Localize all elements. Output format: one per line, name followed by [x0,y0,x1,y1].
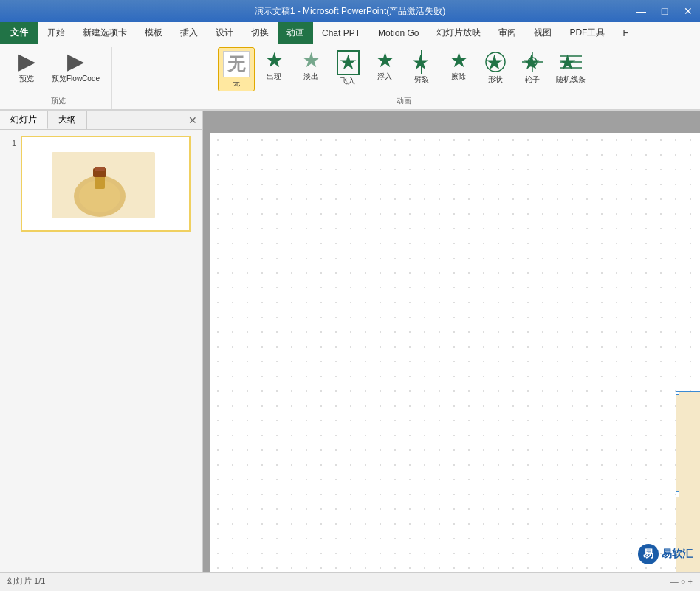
animation-group-label: 动画 [118,94,690,109]
menu-animation[interactable]: 动画 [278,22,313,44]
slide-canvas[interactable] [210,133,700,572]
menu-view[interactable]: 视图 [525,22,560,44]
anim-random-button[interactable]: ★ 随机线条 [552,47,590,87]
tab-outline[interactable]: 大纲 [48,111,87,129]
slide-thumb-row-1: 1 [4,136,198,232]
anim-none-button[interactable]: 无 无 [218,47,255,91]
slide-thumb-inner-1 [22,137,189,230]
menu-bar: 文件 开始 新建选项卡 模板 插入 设计 切换 动画 Chat PPT Moti… [0,22,700,44]
preview-group: ▶ 预览 ▶ 预览FlowCode 预览 [4,47,112,109]
preview-flowcode-button[interactable]: ▶ 预览FlowCode [46,47,106,87]
anim-float-button[interactable]: ★ 浮入 [367,47,402,84]
window-controls: — □ ✕ [629,0,700,22]
menu-design[interactable]: 设计 [207,22,242,44]
anim-float-label: 浮入 [377,72,392,81]
menu-new-tab[interactable]: 新建选项卡 [74,22,136,44]
anim-shape-icon: ★ [484,50,507,74]
anim-wipe-icon: ★ [450,50,468,71]
anim-flyin-button[interactable]: ★ 飞入 [330,47,366,89]
slide-number-1: 1 [4,139,16,148]
anim-shape-button[interactable]: ★ 形状 [478,47,513,87]
thumbnails-panel[interactable]: 1 [0,130,202,572]
ribbon: ▶ 预览 ▶ 预览FlowCode 预览 无 无 ★ [0,44,700,111]
watermark-text: 易软汇 [662,547,693,561]
menu-slideshow[interactable]: 幻灯片放映 [428,22,490,44]
file-menu[interactable]: 文件 [0,22,38,44]
animation-group: 无 无 ★ 出现 ★ 淡出 ★ 飞入 [112,47,696,109]
menu-insert[interactable]: 插入 [171,22,207,44]
anim-random-icon: ★ [557,50,585,74]
anim-split-button[interactable]: ★ 劈裂 [404,47,439,87]
svg-rect-19 [95,167,105,171]
slide-thumbnail-1[interactable] [21,136,191,232]
panel-close-button[interactable]: ✕ [186,114,199,127]
main-canvas[interactable]: 易 易软汇 [203,111,700,572]
anim-none-label: 无 [233,79,240,88]
preview-group-label: 预览 [10,94,106,109]
preview-buttons: ▶ 预览 ▶ 预览FlowCode [10,47,106,94]
menu-review[interactable]: 审阅 [490,22,525,44]
anim-wipe-button[interactable]: ★ 擦除 [441,47,476,84]
tab-slides[interactable]: 幻灯片 [0,111,48,129]
close-button[interactable]: ✕ [676,0,700,22]
preview-label: 预览 [19,74,34,84]
preview-flowcode-label: 预览FlowCode [52,74,100,84]
slide-status: 幻灯片 1/1 [7,576,45,587]
menu-start[interactable]: 开始 [38,22,74,44]
ribbon-content: ▶ 预览 ▶ 预览FlowCode 预览 无 无 ★ [0,44,700,109]
thumb-content [22,137,191,232]
anim-appear-icon: ★ [265,50,284,71]
anim-split-icon: ★ [410,50,433,74]
anim-random-label: 随机线条 [556,75,586,84]
status-bar: 幻灯片 1/1 — ○ + [0,572,700,590]
watermark: 易 易软汇 [638,544,693,564]
preview-icon: ▶ [18,50,35,72]
anim-wheel-button[interactable]: ★ 轮子 [515,47,550,87]
panel-tabs: 幻灯片 大纲 ✕ [0,111,202,130]
anim-none-icon: 无 [223,51,250,77]
anim-wheel-label: 轮子 [525,75,540,84]
watermark-logo: 易 [638,544,659,564]
anim-flyin-label: 飞入 [340,77,355,86]
slide-panel: 幻灯片 大纲 ✕ 1 [0,111,700,572]
menu-transition[interactable]: 切换 [242,22,278,44]
menu-extra[interactable]: F [614,22,636,44]
minimize-button[interactable]: — [629,0,653,22]
menu-pdf-tools[interactable]: PDF工具 [560,22,614,44]
anim-wheel-icon: ★ [521,50,544,74]
handle-top-left[interactable] [676,391,679,395]
anim-appear-button[interactable]: ★ 出现 [256,47,292,84]
title-text: 演示文稿1 - Microsoft PowerPoint(产品激活失败) [255,5,446,18]
anim-fade-icon: ★ [302,50,320,71]
animation-buttons: 无 无 ★ 出现 ★ 淡出 ★ 飞入 [218,47,590,94]
menu-chat-ppt[interactable]: Chat PPT [313,22,369,44]
menu-motion-go[interactable]: Motion Go [369,22,428,44]
left-panel: 幻灯片 大纲 ✕ 1 [0,111,203,572]
maximize-button[interactable]: □ [653,0,676,22]
anim-shape-label: 形状 [488,75,503,84]
anim-appear-label: 出现 [267,72,281,81]
anim-fade-label: 淡出 [303,72,318,81]
menu-template[interactable]: 模板 [136,22,171,44]
preview-flowcode-icon: ▶ [67,50,84,72]
anim-float-icon: ★ [376,50,394,71]
handle-mid-left[interactable] [676,491,679,497]
title-bar: 演示文稿1 - Microsoft PowerPoint(产品激活失败) — □… [0,0,700,22]
anim-wipe-label: 擦除 [451,72,466,81]
zoom-controls: — ○ + [670,577,693,586]
anim-split-label: 劈裂 [414,75,429,84]
preview-button[interactable]: ▶ 预览 [10,47,43,87]
svg-text:★: ★ [411,51,430,74]
anim-fade-button[interactable]: ★ 淡出 [293,47,329,84]
slide-grid [210,133,700,572]
anim-flyin-icon: ★ [337,50,360,75]
